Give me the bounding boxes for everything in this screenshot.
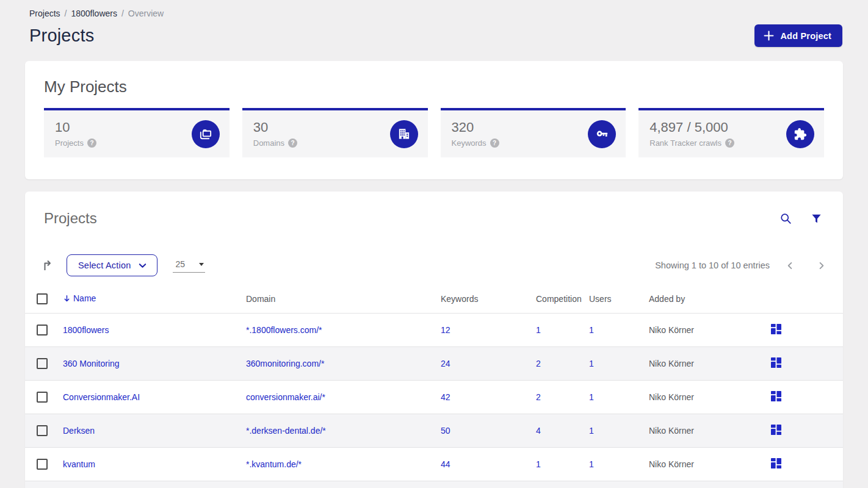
project-name-link[interactable]: 360 Monitoring	[63, 347, 246, 381]
projects-panel-title: Projects	[44, 210, 97, 227]
filter-icon[interactable]	[811, 213, 822, 224]
added-by-value: Niko Körner	[649, 347, 771, 381]
select-all-checkbox[interactable]	[37, 293, 48, 304]
keywords-count-label: Keywords	[452, 138, 486, 148]
stat-card-keywords: 320 Keywords ?	[441, 108, 626, 157]
building-icon	[390, 120, 418, 148]
plus-icon	[764, 30, 774, 41]
stat-card-crawls: 4,897 / 5,000 Rank Tracker crawls ?	[638, 108, 824, 157]
project-name-link[interactable]: Conversionmaker.AI	[63, 381, 246, 414]
column-header-domain[interactable]: Domain	[246, 284, 441, 314]
dashboard-icon[interactable]	[771, 425, 781, 435]
project-name-link[interactable]: Derksen	[63, 414, 246, 448]
domains-count-label: Domains	[253, 138, 284, 148]
competition-value[interactable]: 2	[536, 347, 589, 381]
competition-value[interactable]: 4	[536, 414, 589, 448]
dashboard-icon[interactable]	[771, 324, 781, 334]
added-by-value: Niko Körner	[649, 414, 771, 448]
page-size-select[interactable]: 25	[173, 258, 205, 273]
project-domain-link[interactable]: *.derksen-dental.de/*	[246, 414, 441, 448]
column-header-competition[interactable]: Competition	[536, 284, 589, 314]
caret-down-icon	[199, 263, 204, 266]
crawls-count-label: Rank Tracker crawls	[649, 138, 722, 148]
competition-value[interactable]: 2	[536, 381, 589, 414]
sort-desc-icon	[63, 295, 71, 303]
breadcrumb-projects[interactable]: Projects	[29, 9, 60, 18]
users-value[interactable]: 1	[589, 347, 649, 381]
help-icon[interactable]: ?	[490, 138, 499, 148]
help-icon[interactable]: ?	[288, 138, 297, 148]
puzzle-icon	[786, 120, 814, 148]
row-checkbox[interactable]	[37, 459, 48, 470]
breadcrumb-separator: /	[121, 9, 124, 18]
dashboard-icon[interactable]	[771, 357, 781, 368]
next-page-icon[interactable]	[817, 261, 826, 270]
column-header-keywords[interactable]: Keywords	[441, 284, 536, 314]
stats-grid: 10 Projects ? 30 Domains ?	[44, 108, 824, 157]
select-action-label: Select Action	[78, 260, 131, 270]
my-projects-title: My Projects	[44, 77, 824, 96]
project-domain-link[interactable]: *.kvantum.de/*	[246, 448, 441, 481]
column-header-name[interactable]: Name	[63, 284, 246, 314]
project-domain-link[interactable]: 360monitoring.com/*	[246, 347, 441, 381]
added-by-value: Niko Körner	[649, 314, 771, 347]
users-value[interactable]: 1	[589, 314, 649, 347]
users-value[interactable]: 1	[589, 414, 649, 448]
table-row: 360 Monitoring 360monitoring.com/* 24 2 …	[25, 347, 843, 381]
dashboard-icon[interactable]	[771, 458, 781, 468]
table-row: 1800flowers *.1800flowers.com/* 12 1 1 N…	[25, 314, 843, 347]
added-by-value: Niko Körner	[649, 448, 771, 481]
my-projects-card: My Projects 10 Projects ? 30 Domains ?	[25, 61, 843, 179]
key-icon	[588, 120, 616, 148]
export-arrow-icon[interactable]	[41, 258, 56, 273]
row-checkbox[interactable]	[37, 325, 48, 336]
breadcrumb-overview: Overview	[128, 9, 164, 18]
dashboard-icon[interactable]	[771, 391, 781, 401]
projects-table-card: Projects Select Action 25 Showing	[25, 192, 843, 488]
table-row: Conversionmaker.AI conversionmaker.ai/* …	[25, 381, 843, 414]
help-icon[interactable]: ?	[87, 138, 96, 148]
project-domain-link[interactable]: *.1800flowers.com/*	[246, 314, 441, 347]
users-value[interactable]: 1	[589, 381, 649, 414]
users-value[interactable]: 1	[589, 448, 649, 481]
help-icon[interactable]: ?	[725, 138, 734, 148]
keywords-value[interactable]: 24	[441, 347, 536, 381]
stat-card-domains: 30 Domains ?	[242, 108, 428, 157]
projects-table: Name Domain Keywords Competition Users A…	[25, 284, 843, 488]
competition-value[interactable]: 1	[536, 448, 589, 481]
table-header-row: Name Domain Keywords Competition Users A…	[25, 284, 843, 314]
keywords-value[interactable]: 42	[441, 381, 536, 414]
row-checkbox[interactable]	[37, 425, 48, 436]
breadcrumb-project-name[interactable]: 1800flowers	[71, 9, 117, 18]
project-name-link[interactable]: 1800flowers	[63, 314, 246, 347]
prev-page-icon[interactable]	[786, 261, 795, 270]
chevron-down-icon	[138, 261, 147, 270]
page-header: Projects / 1800flowers / Overview Projec…	[0, 0, 868, 47]
keywords-value[interactable]: 50	[441, 414, 536, 448]
column-header-added-by[interactable]: Added by	[649, 284, 771, 314]
keywords-value[interactable]: 12	[441, 314, 536, 347]
row-checkbox[interactable]	[37, 358, 48, 369]
project-name-link[interactable]: kvantum	[63, 448, 246, 481]
table-row-partial	[25, 481, 843, 488]
row-checkbox[interactable]	[37, 392, 48, 403]
page-size-value: 25	[175, 259, 185, 269]
page-title: Projects	[29, 26, 94, 46]
projects-folder-icon	[192, 120, 220, 148]
projects-count-label: Projects	[55, 138, 84, 148]
column-header-users[interactable]: Users	[589, 284, 649, 314]
table-row: kvantum *.kvantum.de/* 44 1 1 Niko Körne…	[25, 448, 843, 481]
select-action-dropdown[interactable]: Select Action	[67, 254, 157, 276]
add-project-button[interactable]: Add Project	[754, 24, 842, 47]
competition-value[interactable]: 1	[536, 314, 589, 347]
stat-card-projects: 10 Projects ?	[44, 108, 230, 157]
keywords-value[interactable]: 44	[441, 448, 536, 481]
search-icon[interactable]	[779, 212, 792, 225]
add-project-label: Add Project	[780, 31, 831, 41]
table-toolbar: Select Action 25 Showing 1 to 10 of 10 e…	[25, 254, 843, 276]
added-by-value: Niko Körner	[649, 381, 771, 414]
breadcrumb: Projects / 1800flowers / Overview	[29, 9, 842, 18]
table-body: 1800flowers *.1800flowers.com/* 12 1 1 N…	[25, 314, 843, 488]
project-domain-link[interactable]: conversionmaker.ai/*	[246, 381, 441, 414]
showing-entries-text: Showing 1 to 10 of 10 entries	[655, 260, 770, 270]
